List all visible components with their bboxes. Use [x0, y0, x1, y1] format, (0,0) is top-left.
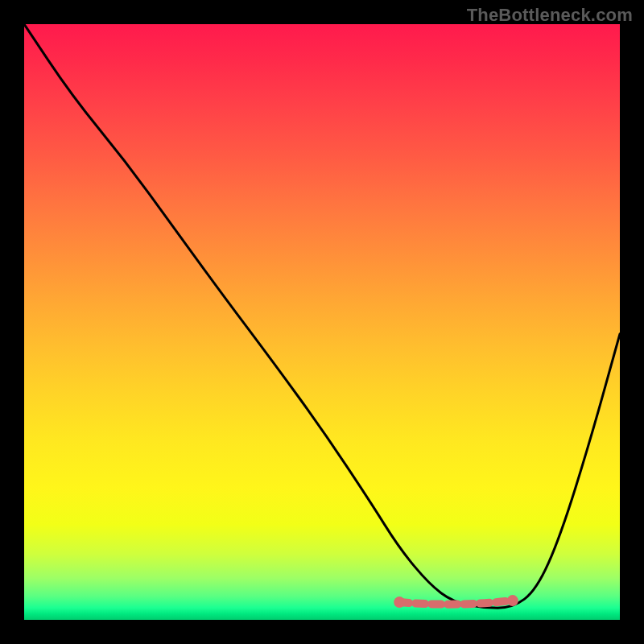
plot-area [24, 24, 620, 620]
chart-svg [24, 24, 620, 620]
bottleneck-curve [24, 24, 620, 608]
optimal-range-band [399, 601, 513, 605]
optimal-range-start-dot [394, 597, 405, 608]
chart-frame: TheBottleneck.com [0, 0, 644, 644]
optimal-range-end-dot [507, 595, 518, 606]
watermark-label: TheBottleneck.com [467, 5, 633, 26]
